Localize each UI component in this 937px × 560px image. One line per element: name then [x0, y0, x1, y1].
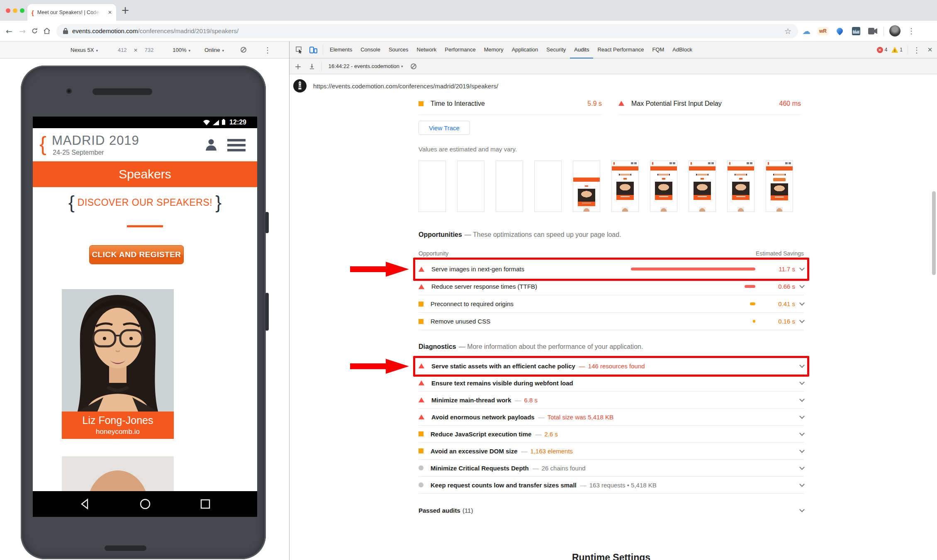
chevron-down-icon[interactable]	[799, 318, 805, 323]
forward-button[interactable]: →	[17, 27, 28, 36]
device-toolbar-menu-icon[interactable]: ⋮	[264, 46, 271, 54]
chevron-down-icon[interactable]	[799, 431, 805, 436]
filmstrip	[419, 161, 793, 212]
new-tab-button[interactable]: +	[121, 5, 129, 16]
devtools-tab-console[interactable]: Console	[356, 41, 385, 58]
android-home-button[interactable]	[139, 498, 151, 510]
close-window-button[interactable]	[6, 8, 10, 13]
console-warning-count[interactable]: 1	[900, 47, 903, 53]
devtools-menu-icon[interactable]: ⋮	[910, 46, 923, 54]
zoom-window-button[interactable]	[20, 8, 24, 13]
metric-max-first-input-delay: Max Potential First Input Delay 460 ms	[618, 100, 801, 115]
cloud-extension-icon[interactable]: ☁	[798, 24, 815, 38]
android-recents-button[interactable]	[200, 498, 211, 510]
device-select[interactable]: Nexus 5X▾	[71, 47, 98, 53]
devtools-tab-fqm[interactable]: FQM	[648, 41, 668, 58]
conference-title: MADRID 2019	[52, 133, 139, 148]
devtools-tab-performance[interactable]: Performance	[441, 41, 479, 58]
account-icon[interactable]	[204, 138, 218, 151]
chevron-down-icon[interactable]	[799, 414, 805, 419]
diagnostic-row[interactable]: Avoid an excessive DOM size—1,163 elemen…	[419, 443, 804, 460]
whatruns-extension-icon[interactable]: wR	[815, 24, 831, 38]
devtools-tab-react-performance[interactable]: React Performance	[593, 41, 648, 58]
video-camera-extension-icon[interactable]	[864, 24, 881, 38]
rotate-viewport-icon[interactable]	[241, 47, 246, 53]
view-trace-button[interactable]: View Trace	[419, 121, 470, 135]
home-button[interactable]	[41, 27, 53, 35]
chevron-down-icon[interactable]	[799, 300, 805, 306]
chevron-down-icon[interactable]	[799, 380, 805, 385]
back-button[interactable]: ←	[3, 27, 15, 36]
devtools-scrollbar-thumb[interactable]	[932, 191, 936, 275]
nexus-5x-device-frame: 12:29 { MADRID 2019 24-25 September Spea…	[21, 66, 266, 559]
viewport-width-field[interactable]: 412	[118, 47, 127, 53]
devtools-tab-application[interactable]: Application	[508, 41, 543, 58]
devtools-tab-adblock[interactable]: AdBlock	[668, 41, 696, 58]
opportunities-heading: Opportunities— These optimizations can s…	[419, 231, 621, 239]
speaker-name-card[interactable]: Liz Fong-Jones honeycomb.io	[62, 411, 174, 439]
devtools-tab-audits[interactable]: Audits	[570, 41, 593, 58]
chevron-down-icon[interactable]	[799, 465, 805, 470]
diagnostic-row[interactable]: Avoid enormous network payloads—Total si…	[419, 409, 804, 426]
menu-hamburger-icon[interactable]	[227, 139, 246, 154]
console-warnings-icon[interactable]: !	[891, 47, 898, 53]
register-button[interactable]: CLICK AND REGISTER	[89, 245, 184, 264]
diagnostic-row[interactable]: Ensure text remains visible during webfo…	[419, 375, 804, 392]
chevron-down-icon[interactable]	[799, 507, 805, 512]
lighthouse-logo-icon	[293, 79, 307, 93]
chevron-down-icon[interactable]	[799, 397, 805, 402]
throttling-select[interactable]: Online▾	[204, 47, 224, 53]
pin-extension-icon[interactable]	[831, 24, 848, 38]
diagnostic-row[interactable]: Reduce JavaScript execution time—2.6 s	[419, 426, 804, 443]
new-audit-button[interactable]: +	[294, 61, 302, 71]
audit-session-select[interactable]: 16:44:22 - events.codemotion	[329, 63, 399, 69]
clear-audits-icon[interactable]	[411, 63, 416, 69]
chevron-down-icon[interactable]	[799, 482, 805, 487]
address-bar[interactable]: events.codemotion.com/conferences/madrid…	[56, 24, 798, 38]
viewport-height-field[interactable]: 732	[145, 47, 154, 53]
devtools-tab-sources[interactable]: Sources	[385, 41, 413, 58]
speaker-photo-liz-fong-jones[interactable]	[62, 289, 174, 411]
browser-menu-icon[interactable]: ⋮	[903, 24, 920, 38]
histogram-extension-icon[interactable]	[848, 24, 864, 38]
audited-url: https://events.codemotion.com/conference…	[313, 83, 498, 90]
devtools-tab-memory[interactable]: Memory	[480, 41, 508, 58]
opportunity-row[interactable]: Preconnect to required origins0.41 s	[419, 295, 804, 313]
opportunity-row[interactable]: Remove unused CSS0.16 s	[419, 313, 804, 330]
value-separator: —	[535, 431, 541, 438]
filmstrip-frame-page	[650, 161, 677, 212]
bookmark-star-icon[interactable]: ☆	[784, 27, 791, 36]
download-report-icon[interactable]	[306, 63, 318, 70]
devtools-close-icon[interactable]: ✕	[923, 46, 937, 54]
runtime-settings-heading-partial: Runtime Settings	[419, 552, 804, 560]
tab-close-icon[interactable]: ✕	[108, 10, 112, 15]
profile-avatar[interactable]	[886, 24, 903, 38]
reload-button[interactable]	[28, 27, 41, 34]
chevron-down-icon[interactable]	[799, 448, 805, 453]
zoom-select[interactable]: 100%▾	[173, 47, 190, 53]
inspect-element-icon[interactable]	[292, 46, 306, 54]
diagnostic-row[interactable]: Minimize Critical Requests Depth—26 chai…	[419, 460, 804, 477]
column-opportunity: Opportunity	[419, 250, 448, 257]
url-path: /conferences/madrid/2019/speakers/	[138, 27, 239, 34]
minimize-window-button[interactable]	[13, 8, 17, 13]
diagnostic-row[interactable]: Minimize main-thread work—6.8 s	[419, 392, 804, 409]
browser-tab[interactable]: { Meet our Speakers! | Codemotion ✕	[27, 4, 116, 21]
browser-tabstrip: { Meet our Speakers! | Codemotion ✕ +	[0, 0, 937, 21]
brand-brace: {	[39, 131, 46, 156]
warn-square-icon	[419, 302, 423, 307]
value-separator: —	[533, 465, 539, 472]
console-error-count[interactable]: 4	[885, 47, 888, 53]
android-back-button[interactable]	[80, 498, 90, 510]
passed-audits-row[interactable]: Passed audits (11)	[419, 502, 804, 519]
diagnostic-row[interactable]: Keep request counts low and transfer siz…	[419, 477, 804, 494]
conference-dates: 24-25 September	[53, 149, 104, 156]
chevron-down-icon[interactable]	[799, 283, 805, 288]
console-errors-icon[interactable]: ✕	[877, 47, 883, 53]
devtools-tab-security[interactable]: Security	[542, 41, 570, 58]
toggle-device-toolbar-icon[interactable]	[306, 46, 320, 54]
filmstrip-frame-blank	[534, 161, 562, 212]
devtools-tab-elements[interactable]: Elements	[326, 41, 356, 58]
devtools-tab-network[interactable]: Network	[413, 41, 441, 58]
filmstrip-frame-blank	[457, 161, 484, 212]
